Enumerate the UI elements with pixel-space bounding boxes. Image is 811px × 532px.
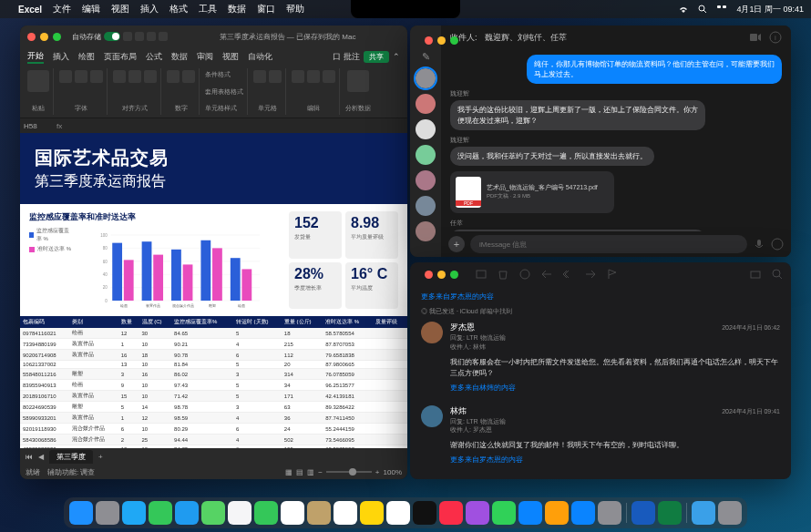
spreadsheet[interactable]: 国际艺术品交易 第三季度承运商报告 监控感应覆盖率和准时送达率 监控感应覆盖率 … — [20, 133, 407, 448]
zoom-slider[interactable] — [326, 471, 372, 473]
toggle-switch-icon[interactable] — [104, 32, 120, 41]
flag-icon[interactable] — [606, 268, 619, 281]
reply-icon[interactable] — [540, 268, 553, 281]
percent-icon[interactable] — [182, 70, 195, 83]
window-controls[interactable] — [417, 265, 466, 284]
conversation-avatar[interactable] — [416, 68, 436, 88]
menu-window[interactable]: 窗口 — [257, 3, 275, 15]
conversation-avatar[interactable] — [416, 170, 436, 190]
dock-app-trash[interactable] — [718, 501, 742, 525]
menu-data[interactable]: 数据 — [228, 3, 246, 15]
dock-app-safari[interactable] — [122, 501, 146, 525]
align-center-icon[interactable] — [128, 70, 141, 83]
tab-review[interactable]: 审阅 — [197, 51, 213, 63]
view-layout-icon[interactable]: ▤ — [296, 468, 303, 476]
add-sheet-icon[interactable]: + — [98, 453, 103, 461]
dock-app-finder[interactable] — [69, 501, 93, 525]
view-break-icon[interactable]: ▥ — [307, 468, 314, 476]
dock-app-podcasts[interactable] — [466, 501, 489, 525]
redo-icon[interactable] — [159, 32, 168, 41]
sheet-tab[interactable]: 第三季度 — [49, 450, 93, 464]
conversation-avatar[interactable] — [416, 221, 436, 241]
message-input[interactable] — [470, 235, 747, 253]
dock-app-calendar[interactable] — [281, 501, 304, 525]
menu-insert[interactable]: 插入 — [140, 3, 159, 15]
dock-app-appstore[interactable] — [571, 501, 595, 525]
dock-app-keynote[interactable] — [518, 501, 542, 525]
undo-icon[interactable] — [147, 32, 156, 41]
dock-app-settings[interactable] — [598, 501, 621, 525]
mail-from[interactable]: 林炜 — [450, 405, 467, 417]
forward-icon[interactable] — [584, 268, 597, 281]
paste-icon[interactable] — [27, 70, 49, 92]
formula-bar[interactable]: H58 fx — [20, 118, 407, 133]
close-icon[interactable] — [425, 271, 433, 279]
dock-app-contacts[interactable] — [307, 501, 331, 525]
tab-layout[interactable]: 页面布局 — [104, 51, 137, 63]
message-thread[interactable]: 纯仟，你那儿有博物馆订单的物流资料吗？他们的主管在问，可能需要我们马上发过去。魏… — [441, 49, 791, 231]
minimize-icon[interactable] — [40, 33, 48, 41]
dock-app-maps[interactable] — [201, 501, 225, 525]
menu-help[interactable]: 帮助 — [286, 3, 304, 15]
zoom-in-icon[interactable]: + — [375, 468, 380, 476]
tab-draw[interactable]: 绘图 — [78, 51, 95, 63]
align-right-icon[interactable] — [144, 70, 157, 83]
spotlight-icon[interactable] — [698, 5, 707, 14]
dock-app-pages[interactable] — [545, 501, 569, 525]
minimize-icon[interactable] — [437, 36, 446, 45]
dock-app-numbers[interactable] — [492, 501, 516, 525]
tab-automate[interactable]: 自动化 — [248, 51, 272, 63]
home-icon[interactable] — [123, 32, 132, 41]
analyze-data-icon[interactable] — [347, 70, 369, 92]
underline-icon[interactable] — [90, 70, 103, 83]
share-button[interactable]: 共享 — [364, 51, 389, 63]
delete-cell-icon[interactable] — [269, 70, 282, 83]
junk-icon[interactable] — [518, 268, 531, 281]
cell-reference[interactable]: H58 — [24, 122, 51, 130]
align-left-icon[interactable] — [113, 70, 126, 83]
conversation-avatar[interactable] — [416, 196, 436, 216]
italic-icon[interactable] — [75, 70, 87, 83]
recipients[interactable]: 魏迎辉、刘纯仟、任萃 — [485, 32, 742, 44]
sort-icon[interactable] — [307, 70, 320, 83]
chevron-up-icon[interactable]: ⌃ — [393, 52, 400, 61]
dock-app-facetime[interactable] — [254, 501, 278, 525]
sheet-nav-prev-icon[interactable]: ◀ — [38, 453, 44, 461]
conversation-avatar[interactable] — [416, 119, 436, 139]
window-controls[interactable] — [20, 27, 68, 46]
mail-from[interactable]: 罗杰恩 — [450, 322, 475, 333]
comments-button[interactable]: 口 批注 — [333, 51, 360, 63]
conversation-avatar[interactable] — [416, 94, 436, 114]
dock-app-mail[interactable] — [175, 501, 199, 525]
sheet-nav-first-icon[interactable]: ⏮ — [26, 453, 33, 461]
window-controls[interactable] — [417, 31, 466, 50]
data-table[interactable]: 包裹编码类别数量温度 (C)监控感应覆盖率%转运时 (天数)重量 (公斤)准时送… — [20, 316, 407, 448]
message-bubble[interactable]: 纯仟，你那儿有博物馆订单的物流资料吗？他们的主管在问，可能需要我们马上发过去。 — [527, 55, 782, 84]
dock-app-notes[interactable] — [360, 501, 384, 525]
find-icon[interactable] — [323, 70, 335, 83]
datetime[interactable]: 4月1日 周一 09:41 — [736, 4, 804, 15]
insert-cell-icon[interactable] — [253, 70, 266, 83]
close-icon[interactable] — [425, 36, 433, 45]
dock-app-folder[interactable] — [692, 501, 715, 525]
attachment[interactable]: 艺术品_物流运输_客户编号 547213.pdfPDF文稿 · 2.9 MB — [450, 171, 614, 213]
fx-icon[interactable]: fx — [56, 122, 62, 130]
video-call-icon[interactable] — [749, 31, 762, 44]
menu-format[interactable]: 格式 — [169, 3, 188, 15]
menu-view[interactable]: 视图 — [111, 3, 129, 15]
dock-app-messages[interactable] — [149, 501, 172, 525]
mail-body[interactable]: 更多来自罗杰恩的内容 ◎ 我已发送 · iCloud 邮箱中找到 罗杰恩 202… — [410, 286, 791, 479]
dock-app-freeform[interactable] — [386, 501, 410, 525]
menu-file[interactable]: 文件 — [53, 3, 71, 15]
dock-app-excel[interactable] — [658, 501, 682, 525]
archive-icon[interactable] — [475, 268, 488, 281]
tab-insert[interactable]: 插入 — [53, 51, 69, 63]
more-from-link[interactable]: 更多来自林炜的内容 — [450, 383, 780, 393]
microphone-icon[interactable] — [753, 238, 765, 251]
view-normal-icon[interactable]: ▦ — [285, 468, 293, 476]
dock-app-word[interactable] — [631, 501, 655, 525]
reply-all-icon[interactable] — [562, 268, 575, 281]
fullscreen-icon[interactable] — [450, 271, 458, 279]
dock-app-music[interactable] — [439, 501, 463, 525]
minimize-icon[interactable] — [437, 271, 446, 279]
